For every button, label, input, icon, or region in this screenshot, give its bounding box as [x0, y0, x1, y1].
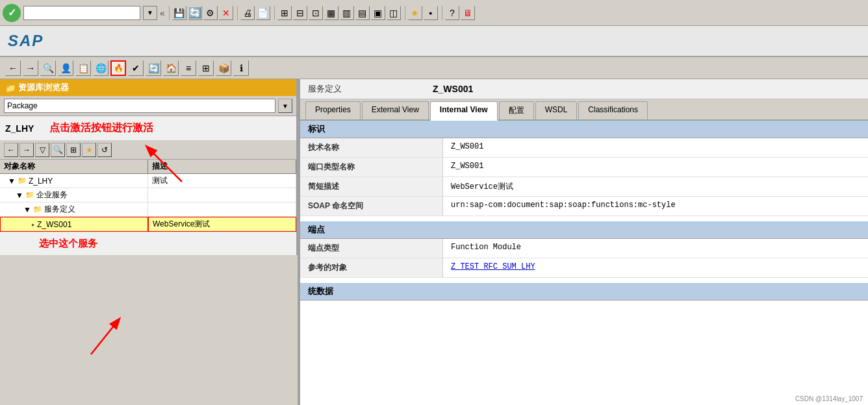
dropdown-arrow[interactable]: ▼ — [143, 6, 157, 20]
refresh-icon[interactable]: 🔄 — [188, 6, 202, 20]
nav-separator: « — [160, 8, 165, 18]
tree-row-service-def[interactable]: ▼ 📁 服务定义 — [0, 202, 296, 217]
object-nav-icon[interactable]: 🔍 — [40, 60, 56, 76]
value-endpoint-type: Function Module — [443, 239, 868, 258]
value-short-desc: WebService测试 — [443, 177, 868, 196]
tree-icon[interactable]: 🌐 — [93, 60, 108, 76]
check-icon: ✓ — [3, 4, 21, 22]
tree-cell-svcdef-name[interactable]: ▼ 📁 服务定义 — [0, 202, 148, 216]
tree-back-btn[interactable]: ← — [4, 143, 18, 157]
grid7-icon[interactable]: ▣ — [371, 6, 385, 20]
grid3-icon[interactable]: ⊡ — [309, 6, 323, 20]
tree-expand-btn[interactable]: ⊞ — [66, 143, 81, 157]
tree-cell-zlhy-desc: 测试 — [148, 174, 296, 188]
svcdef-label: 服务定义 — [44, 204, 75, 215]
tree-forward-btn[interactable]: → — [19, 143, 34, 157]
tree-cell-ws001-desc: WebService测试 — [148, 217, 296, 232]
back-icon[interactable]: ← — [5, 60, 21, 76]
view-group: ⊞ ⊟ ⊡ ▦ ▥ ▤ ▣ ◫ — [274, 6, 401, 20]
tree-row-enterprise[interactable]: ▼ 📁 企业服务 — [0, 188, 296, 202]
form-row-port-name: 端口类型名称 Z_WS001 — [300, 158, 868, 177]
tree-star-btn[interactable]: ★ — [82, 143, 96, 157]
tree-filter-btn[interactable]: ▽ — [35, 143, 49, 157]
user-icon[interactable]: 👤 — [58, 60, 73, 76]
star-icon[interactable]: ★ — [408, 6, 422, 20]
toolbar-icons-group: 💾 🔄 ⚙ ✕ — [169, 6, 233, 20]
grid6-icon[interactable]: ▤ — [355, 6, 370, 20]
tab-external-view[interactable]: External View — [362, 101, 429, 119]
tab-wsdl[interactable]: WSDL — [535, 101, 578, 119]
settings-icon[interactable]: ⚙ — [203, 6, 218, 20]
print-icon[interactable]: 🖨 — [240, 6, 255, 20]
form-row-ref-obj[interactable]: 参考的对象 Z TEST RFC SUM LHY — [300, 258, 868, 278]
check-obj-icon[interactable]: ✔ — [128, 60, 144, 76]
tab-classifications[interactable]: Classifications — [578, 101, 648, 119]
section-header-endpoint: 端点 — [300, 221, 868, 239]
svg-line-3 — [91, 322, 117, 354]
help-icon[interactable]: ? — [445, 6, 459, 20]
activate-icon[interactable]: 🔥 — [110, 60, 126, 76]
folder-icon-zlhy: 📁 — [18, 177, 27, 185]
tree-cell-zlhy-name[interactable]: ▼ 📁 Z_LHY — [0, 174, 148, 188]
select-arrow-svg — [65, 309, 143, 361]
help-group: ? 🖥 — [442, 6, 475, 20]
tree-row-ws001[interactable]: ▸ Z_WS001 WebService测试 — [0, 217, 296, 232]
layout-icon[interactable]: ≡ — [181, 60, 196, 76]
label-soap-ns: SOAP 命名空间 — [300, 197, 443, 215]
tab-config[interactable]: 配置 — [499, 101, 534, 119]
form-row-tech-name: 技术名称 Z_WS001 — [300, 138, 868, 158]
section-params: 统数据 — [300, 283, 868, 301]
tree-cell-ws001-name[interactable]: ▸ Z_WS001 — [0, 217, 148, 232]
tree-toolbar: ← → ▽ 🔍 ⊞ ★ ↺ — [0, 141, 296, 160]
transport-icon[interactable]: 📦 — [216, 60, 231, 76]
second-toolbar: ← → 🔍 👤 📋 🌐 🔥 ✔ 🔄 🏠 ≡ ⊞ 📦 ℹ — [0, 57, 868, 79]
expand-svcdef: ▼ — [23, 205, 31, 214]
tree-cell-enterprise-name[interactable]: ▼ 📁 企业服务 — [0, 188, 148, 202]
label-short-desc: 简短描述 — [300, 177, 443, 196]
forward-icon[interactable]: → — [23, 60, 38, 76]
info-icon[interactable]: ℹ — [233, 60, 249, 76]
left-panel-header: 📁 资源库浏览器 — [0, 79, 296, 96]
hierarchy-icon[interactable]: 🏠 — [163, 60, 179, 76]
main-area: 📁 资源库浏览器 ▼ Z_LHY 点击激活按钮进行激活 ← → ▽ 🔍 ⊞ ★ — [0, 79, 868, 405]
package-dropdown-btn[interactable]: ▼ — [278, 99, 292, 113]
copy-icon[interactable]: 📋 — [75, 60, 91, 76]
expand-ws001: ▸ — [32, 221, 35, 228]
tree-table: 对象名称 描述 ▼ 📁 Z_LHY 测试 ▼ 📁 — [0, 160, 296, 232]
tree-row-zlhy[interactable]: ▼ 📁 Z_LHY 测试 — [0, 174, 296, 188]
ws001-label: Z_WS001 — [37, 220, 71, 229]
tree-table-header: 对象名称 描述 — [0, 160, 296, 174]
package-input[interactable] — [4, 99, 275, 113]
section-endpoint: 端点 端点类型 Function Module 参考的对象 Z TEST RFC… — [300, 221, 868, 278]
tabs-bar: Properties External View Internal View 配… — [300, 99, 868, 121]
display-change-icon[interactable]: 🔄 — [146, 60, 161, 76]
left-panel-container: 📁 资源库浏览器 ▼ Z_LHY 点击激活按钮进行激活 ← → ▽ 🔍 ⊞ ★ — [0, 79, 298, 405]
grid1-icon[interactable]: ⊞ — [277, 6, 292, 20]
print-group: 🖨 📄 — [237, 6, 270, 20]
grid4-icon[interactable]: ▦ — [324, 6, 338, 20]
window-icon[interactable]: ▪ — [424, 6, 438, 20]
value-tech-name: Z_WS001 — [443, 138, 868, 157]
grid2-icon[interactable]: ⊟ — [293, 6, 307, 20]
col-name-header: 对象名称 — [0, 160, 148, 173]
tab-internal-view[interactable]: Internal View — [430, 101, 498, 121]
section-header-params: 统数据 — [300, 283, 868, 301]
zlhy-row: Z_LHY 点击激活按钮进行激活 — [0, 116, 296, 141]
monitor-icon[interactable]: 🖥 — [461, 6, 475, 20]
value-ref-obj[interactable]: Z TEST RFC SUM LHY — [443, 258, 868, 277]
red-x-icon[interactable]: ✕ — [219, 6, 233, 20]
print2-icon[interactable]: 📄 — [256, 6, 270, 20]
label-tech-name: 技术名称 — [300, 138, 443, 157]
tab-properties[interactable]: Properties — [305, 101, 361, 119]
columns-icon[interactable]: ⊞ — [198, 60, 214, 76]
save-icon[interactable]: 💾 — [172, 6, 186, 20]
tree-refresh-btn[interactable]: ↺ — [97, 143, 112, 157]
command-input[interactable] — [23, 6, 140, 20]
zlhy-tree-label: Z_LHY — [29, 177, 53, 186]
grid5-icon[interactable]: ▥ — [340, 6, 354, 20]
tree-cell-enterprise-desc — [148, 188, 296, 202]
grid8-icon[interactable]: ◫ — [387, 6, 401, 20]
label-port-name: 端口类型名称 — [300, 158, 443, 177]
expand-zlhy: ▼ — [8, 177, 16, 186]
tree-search-btn[interactable]: 🔍 — [51, 143, 65, 157]
